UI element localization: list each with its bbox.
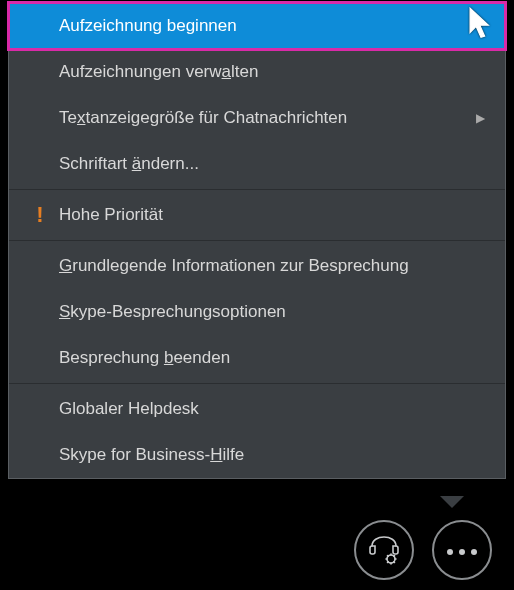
menu-item-label: Grundlegende Informationen zur Besprechu…: [59, 256, 409, 276]
menu-item[interactable]: Textanzeigegröße für Chatnachrichten▶: [9, 95, 505, 141]
call-bottom-bar: [0, 508, 514, 590]
menu-item-label: Skype for Business-Hilfe: [59, 445, 244, 465]
menu-item-label: Besprechung beenden: [59, 348, 230, 368]
menu-divider: [9, 383, 505, 384]
menu-item-label: Globaler Helpdesk: [59, 399, 199, 419]
menu-item[interactable]: Aufzeichnung beginnen: [9, 3, 505, 49]
chevron-right-icon: ▶: [476, 111, 485, 125]
menu-item-label: Skype-Besprechungsoptionen: [59, 302, 286, 322]
menu-item-label: Hohe Priorität: [59, 205, 163, 225]
menu-item-label: Textanzeigegröße für Chatnachrichten: [59, 108, 347, 128]
menu-item-label: Aufzeichnungen verwalten: [59, 62, 258, 82]
menu-item[interactable]: Besprechung beenden: [9, 335, 505, 381]
menu-item[interactable]: Globaler Helpdesk: [9, 386, 505, 432]
menu-callout-arrow-icon: [440, 496, 464, 508]
menu-divider: [9, 189, 505, 190]
ellipsis-icon: [444, 541, 480, 559]
menu-item[interactable]: !Hohe Priorität: [9, 192, 505, 238]
menu-item[interactable]: Grundlegende Informationen zur Besprechu…: [9, 243, 505, 289]
context-menu: Aufzeichnung beginnenAufzeichnungen verw…: [8, 2, 506, 479]
menu-item[interactable]: Aufzeichnungen verwalten: [9, 49, 505, 95]
menu-item-label: Aufzeichnung beginnen: [59, 16, 237, 36]
menu-item[interactable]: Skype for Business-Hilfe: [9, 432, 505, 478]
call-controls-button[interactable]: [354, 520, 414, 580]
menu-divider: [9, 240, 505, 241]
phone-gear-icon: [366, 532, 402, 568]
more-options-button[interactable]: [432, 520, 492, 580]
menu-item[interactable]: Skype-Besprechungsoptionen: [9, 289, 505, 335]
high-priority-icon: !: [31, 202, 49, 228]
menu-item-label: Schriftart ändern...: [59, 154, 199, 174]
menu-item[interactable]: Schriftart ändern...: [9, 141, 505, 187]
